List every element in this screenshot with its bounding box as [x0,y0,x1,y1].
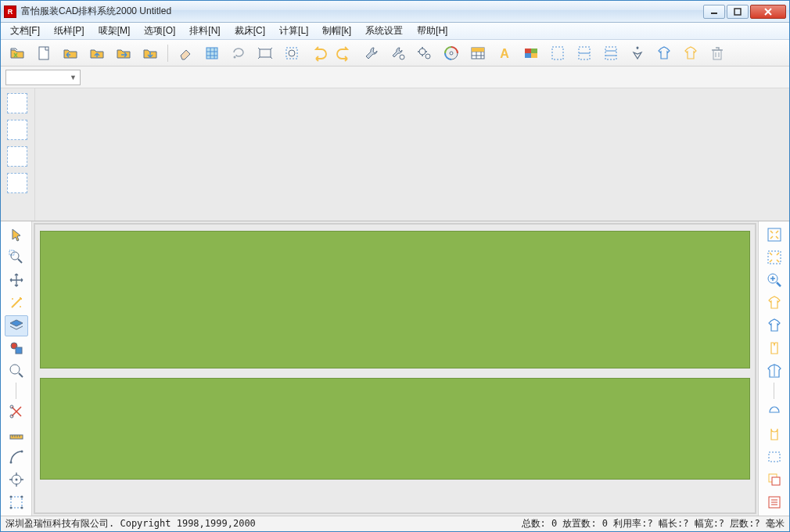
gears-icon [416,45,433,62]
menu-item[interactable]: 文档[F] [4,23,46,39]
marker-fabric-2[interactable] [40,378,750,480]
piece-strip [1,88,35,221]
folder-up-button[interactable] [85,42,109,64]
title-bar: R 富怡服装CAD排料系统2000 Untitled [1,1,789,23]
menu-item[interactable]: 帮助[H] [411,23,454,39]
zoom-area-button[interactable] [5,247,28,268]
compass-button[interactable] [626,42,649,64]
wrench-gear-button[interactable] [386,42,410,64]
zoom-extents-button[interactable] [763,247,786,268]
piece-list-button[interactable] [763,491,786,512]
scissors-x-button[interactable] [5,401,28,422]
trash-button[interactable] [706,42,729,64]
close-button[interactable] [750,5,786,19]
page-dashed-1-icon [549,45,566,62]
grid-tool-icon [203,45,221,62]
svg-text:A: A [500,47,509,60]
piece-slot[interactable] [7,173,27,193]
magnifier-button[interactable] [5,360,28,381]
jacket-icon [766,362,783,379]
new-doc-button[interactable] [32,42,56,64]
minimize-button[interactable] [703,5,725,19]
status-metrics: 总数: 0 放置数: 0 利用率:? 幅长:? 幅宽:? 层数:? 毫米 [522,517,785,530]
move-button[interactable] [5,270,28,291]
piece-slot[interactable] [7,120,27,140]
bodice-button[interactable] [763,423,786,444]
folder-right-button[interactable] [112,42,135,64]
svg-rect-1 [734,9,741,15]
separator [774,383,774,399]
table-grid-button[interactable] [466,42,490,64]
svg-point-29 [12,298,13,300]
menu-item[interactable]: 纸样[P] [48,23,91,39]
vest-button[interactable] [763,338,786,359]
arc-tool-button[interactable] [5,446,28,467]
jacket-button[interactable] [763,360,786,381]
menu-item[interactable]: 裁床[C] [228,23,271,39]
canvas[interactable] [34,223,756,514]
svg-rect-5 [206,48,217,59]
folder-left-button[interactable] [59,42,82,64]
wand-button[interactable] [5,293,28,314]
zoom-button[interactable] [763,270,786,291]
svg-rect-32 [16,347,22,354]
collar-icon [766,403,783,420]
undo-icon [310,45,327,62]
folder-down-button[interactable] [138,42,162,64]
shirt-back-button[interactable] [763,315,786,336]
svg-rect-20 [525,53,531,58]
layers-button[interactable] [5,315,28,336]
frame-button[interactable] [253,42,277,64]
fit-screen-button[interactable] [763,225,786,246]
crop-rect-button[interactable] [280,42,303,64]
edit-node-button[interactable] [5,491,28,512]
rect-dashed-button[interactable] [763,446,786,467]
wrench-button[interactable] [360,42,383,64]
snap-target-button[interactable] [5,469,28,490]
text-a-button[interactable]: A [493,42,516,64]
cd-disc-icon [443,45,460,62]
menu-item[interactable]: 计算[L] [273,23,314,39]
svg-rect-46 [768,228,781,241]
page-dashed-1-button[interactable] [546,42,569,64]
page-dashed-2-icon [576,45,593,62]
main-toolbar: A [1,40,789,66]
gears-button[interactable] [413,42,436,64]
size-combo[interactable]: ▼ [5,70,81,85]
cd-disc-button[interactable] [440,42,463,64]
shirt-left-button[interactable] [652,42,676,64]
undo-button[interactable] [307,42,330,64]
shirt-front-button[interactable] [763,293,786,314]
maximize-button[interactable] [727,5,749,19]
svg-rect-18 [525,49,531,53]
pointer-button[interactable] [5,225,28,246]
svg-rect-49 [769,452,780,462]
palette-button[interactable] [519,42,543,64]
marker-fabric-1[interactable] [40,231,750,368]
menu-item[interactable]: 唛架[M] [92,23,137,39]
shapes-button[interactable] [5,338,28,359]
menu-item[interactable]: 排料[N] [183,23,226,39]
eraser-button[interactable] [174,42,197,64]
grid-tool-button[interactable] [200,42,224,64]
shirt-right-button[interactable] [679,42,702,64]
window-buttons [703,5,786,19]
copy-piece-button[interactable] [763,469,786,490]
layers-icon [8,317,25,334]
status-bar: 深圳盈瑞恒科技有限公司. Copyright 1998,1999,2000 总数… [1,516,789,531]
piece-slot[interactable] [7,93,27,113]
collar-button[interactable] [763,401,786,422]
piece-slot[interactable] [7,146,27,167]
redo-icon [336,45,354,62]
page-dashed-3-button[interactable] [599,42,623,64]
redo-button[interactable] [333,42,357,64]
page-dashed-3-icon [602,45,619,62]
lasso-button[interactable] [227,42,250,64]
page-dashed-2-button[interactable] [573,42,596,64]
menu-item[interactable]: 制帽[k] [316,23,357,39]
menu-item[interactable]: 系统设置 [359,23,409,39]
menu-item[interactable]: 选项[O] [138,23,181,39]
open-folder-button[interactable] [5,42,29,64]
ruler-button[interactable] [5,423,28,444]
shirt-left-icon [655,45,673,62]
